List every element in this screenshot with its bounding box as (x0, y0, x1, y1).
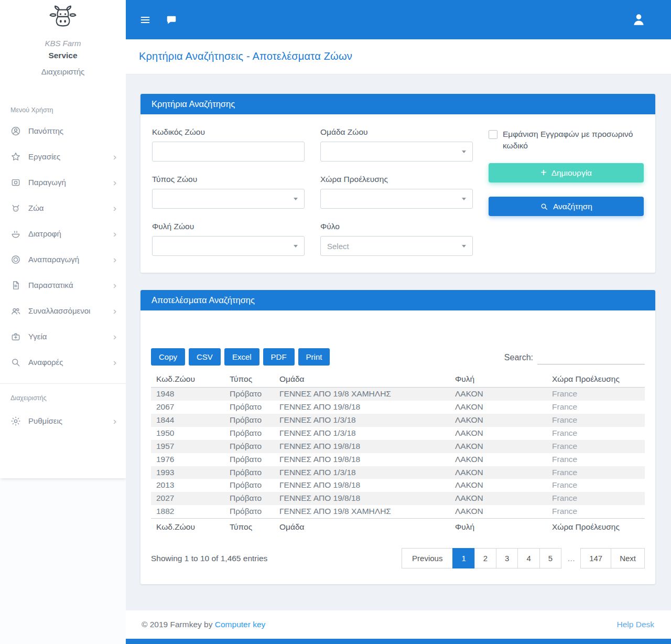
table-foot: Κωδ.ΖώουΤύποςΟμάδαΦυλήΧώρα Προέλευσης (151, 519, 645, 534)
table-row[interactable]: 1882ΠρόβατοΓΕΝΝΕΣ ΑΠΟ 19/8 ΧΑΜΗΛΗΣΛΑΚΟΝF… (151, 505, 645, 518)
user-menu-button[interactable] (630, 10, 648, 29)
sidebar-section-user-menu: Μενού Χρήστη (0, 106, 126, 114)
sidebar-section-admin: Διαχειριστής (0, 394, 126, 402)
table-row[interactable]: 2027ΠρόβατοΓΕΝΝΕΣ ΑΠΟ 19/8/18ΛΑΚΟΝFrance (151, 492, 645, 505)
pagination-page-5[interactable]: 5 (539, 548, 561, 568)
pagination-page-3[interactable]: 3 (496, 548, 518, 568)
table-cell: France (547, 479, 645, 492)
column-footer: Φυλή (450, 519, 547, 534)
brand-service-name: Service (0, 51, 126, 60)
table-row[interactable]: 1957ΠρόβατοΓΕΝΝΕΣ ΑΠΟ 19/8/18ΛΑΚΟΝFrance (151, 440, 645, 453)
table-cell: ΛΑΚΟΝ (450, 466, 547, 479)
sidebar-item-production[interactable]: Παραγωγή› (0, 169, 126, 195)
table-footer: Showing 1 to 10 of 1,465 entries Previou… (151, 548, 645, 568)
chevron-right-icon: › (113, 416, 116, 426)
health-icon (10, 331, 21, 342)
sidebar-item-settings[interactable]: Ρυθμίσεις› (0, 408, 126, 434)
sidebar-item-label: Υγεία (28, 332, 113, 341)
animal-code-input[interactable] (152, 142, 305, 162)
sex-select[interactable]: Select (320, 236, 473, 256)
animal-breed-select[interactable] (152, 236, 305, 256)
pagination-page-147[interactable]: 147 (580, 548, 611, 568)
criteria-card-header: Κρητήρια Αναζήτησης (140, 94, 655, 114)
table-cell: ΛΑΚΟΝ (450, 453, 547, 466)
table-header-row: Κωδ.ΖώουΤύποςΟμάδαΦυλήΧώρα Προέλευσης (151, 373, 645, 388)
sidebar-item-label: Εργασίες (28, 152, 113, 161)
brand-role: Διαχειριστής (0, 67, 126, 76)
pagination-page-2[interactable]: 2 (474, 548, 496, 568)
sidebar-item-contacts[interactable]: Συναλλασσόμενοι› (0, 298, 126, 324)
results-card-body: CopyCSVExcelPDFPrint Search: Κωδ.ΖώουΤύπ… (140, 310, 655, 584)
menu-toggle-button[interactable] (137, 12, 153, 28)
chevron-right-icon: › (113, 177, 116, 187)
temp-code-checkbox[interactable] (489, 130, 497, 139)
chevron-right-icon: › (113, 280, 116, 290)
sidebar-item-documents[interactable]: Παραστατικά› (0, 272, 126, 298)
sidebar-item-label: Ρυθμίσεις (28, 416, 113, 425)
computer-key-link[interactable]: Computer key (215, 620, 265, 629)
pagination-page-1[interactable]: 1 (452, 548, 474, 568)
table-cell: 2027 (151, 492, 224, 505)
export-buttons: CopyCSVExcelPDFPrint (151, 348, 330, 366)
showing-entries: Showing 1 to 10 of 1,465 entries (151, 554, 267, 563)
table-row[interactable]: 1950ΠρόβατοΓΕΝΝΕΣ ΑΠΟ 1/3/18ΛΑΚΟΝFrance (151, 427, 645, 440)
create-button[interactable]: + Δημιουργία (489, 163, 644, 183)
temp-code-checkbox-row[interactable]: Εμφάνιση Εγγραφών με προσωρινό κωδικό (489, 128, 644, 151)
search-button[interactable]: Αναζήτηση (489, 197, 644, 216)
sidebar-item-overview[interactable]: Πανόπτης (0, 118, 126, 144)
sidebar-item-health[interactable]: Υγεία› (0, 324, 126, 349)
caret-down-icon (462, 198, 466, 200)
chevron-right-icon: › (113, 203, 116, 213)
export-pdf-button[interactable]: PDF (263, 348, 295, 366)
pagination-page-4[interactable]: 4 (517, 548, 539, 568)
table-row[interactable]: 2013ΠρόβατοΓΕΝΝΕΣ ΑΠΟ 19/8/18ΛΑΚΟΝFrance (151, 479, 645, 492)
pagination-next[interactable]: Next (611, 548, 645, 568)
table-cell: Πρόβατο (224, 414, 274, 427)
sidebar-item-reports[interactable]: Αναφορές› (0, 349, 126, 375)
table-row[interactable]: 2067ΠρόβατοΓΕΝΝΕΣ ΑΠΟ 19/8/18ΛΑΚΟΝFrance (151, 401, 645, 414)
table-cell: 2067 (151, 401, 224, 414)
sidebar-panel: KBS Farm Service Διαχειριστής Μενού Χρήσ… (0, 0, 126, 478)
nutrition-icon (10, 229, 21, 239)
table-cell: ΛΑΚΟΝ (450, 440, 547, 453)
contacts-icon (10, 306, 21, 316)
sidebar: KBS Farm Service Διαχειριστής Μενού Χρήσ… (0, 0, 126, 644)
criteria-actions: Εμφάνιση Εγγραφών με προσωρινό κωδικό + … (489, 127, 644, 256)
origin-country-select[interactable] (320, 189, 473, 209)
table-row[interactable]: 1993ΠρόβατοΓΕΝΝΕΣ ΑΠΟ 1/3/18ΛΑΚΟΝFrance (151, 466, 645, 479)
user-icon (632, 13, 646, 27)
sidebar-item-reproduction[interactable]: Αναπαραγωγή› (0, 246, 126, 272)
sidebar-item-tasks[interactable]: Εργασίες› (0, 144, 126, 169)
caret-down-icon (294, 245, 298, 248)
table-cell: 1957 (151, 440, 224, 453)
animal-group-select[interactable] (320, 142, 473, 162)
messages-button[interactable] (164, 12, 179, 28)
export-copy-button[interactable]: Copy (151, 348, 185, 366)
table-head: Κωδ.ΖώουΤύποςΟμάδαΦυλήΧώρα Προέλευσης (151, 373, 645, 388)
sidebar-item-label: Πανόπτης (28, 126, 116, 135)
table-row[interactable]: 1844ΠρόβατοΓΕΝΝΕΣ ΑΠΟ 1/3/18ΛΑΚΟΝFrance (151, 414, 645, 427)
pagination-previous[interactable]: Previous (402, 548, 453, 568)
sidebar-item-animals[interactable]: Ζώα› (0, 195, 126, 221)
table-cell: France (547, 505, 645, 518)
table-row[interactable]: 1976ΠρόβατοΓΕΝΝΕΣ ΑΠΟ 19/8/18ΛΑΚΟΝFrance (151, 453, 645, 466)
table-cell: Πρόβατο (224, 492, 274, 505)
chevron-right-icon: › (113, 254, 116, 264)
animal-type-select[interactable] (152, 189, 305, 209)
help-desk-link[interactable]: Help Desk (617, 620, 655, 629)
field-animal-group: Ομάδα Ζώου (320, 127, 473, 162)
export-csv-button[interactable]: CSV (189, 348, 221, 366)
field-sex: ΦύλοSelect (320, 222, 473, 256)
export-print-button[interactable]: Print (298, 348, 330, 366)
criteria-fields: Κωδικός ΖώουΟμάδα ΖώουΤύπος ΖώουΧώρα Προ… (152, 127, 473, 256)
table-cell: 1950 (151, 427, 224, 440)
table-row[interactable]: 1948ΠρόβατοΓΕΝΝΕΣ ΑΠΟ 19/8 ΧΑΜΗΛΗΣΛΑΚΟΝF… (151, 388, 645, 401)
title-strip: Κρητήρια Αναζήτησεις - Αποτελέσματα Ζώων (126, 39, 671, 74)
sidebar-item-nutrition[interactable]: Διατροφή› (0, 221, 126, 246)
table-cell: Πρόβατο (224, 479, 274, 492)
export-excel-button[interactable]: Excel (224, 348, 259, 366)
table-search-input[interactable] (537, 351, 645, 364)
table-cell: ΛΑΚΟΝ (450, 427, 547, 440)
table-cell: Πρόβατο (224, 427, 274, 440)
table-cell: ΛΑΚΟΝ (450, 505, 547, 518)
